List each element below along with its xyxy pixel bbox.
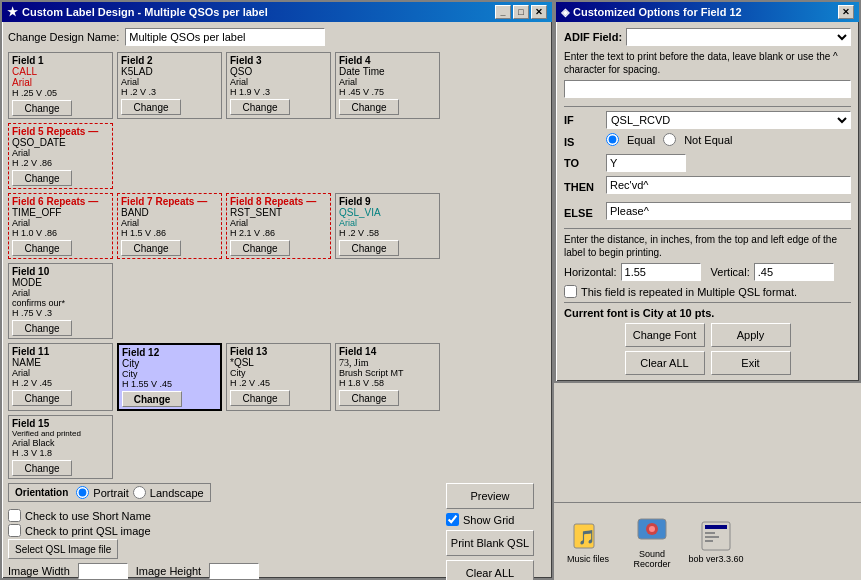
dialog-clear-all-btn[interactable]: Clear ALL bbox=[625, 351, 705, 375]
print-blank-btn[interactable]: Print Blank QSL bbox=[446, 530, 534, 556]
field4-font: Arial bbox=[339, 77, 436, 87]
svg-rect-8 bbox=[705, 536, 719, 538]
h-label: Horizontal: bbox=[564, 266, 617, 278]
fields-row-2: Field 6 Repeats — TIME_OFF Arial H 1.0 V… bbox=[8, 193, 546, 339]
preview-btn[interactable]: Preview bbox=[446, 483, 534, 509]
bob-icon bbox=[700, 520, 732, 552]
field12-title: Field 12 bbox=[122, 347, 217, 358]
equal-radio[interactable] bbox=[606, 133, 619, 146]
print-qsl-checkbox[interactable] bbox=[8, 524, 21, 537]
field14-metrics: H 1.8 V .58 bbox=[339, 378, 436, 388]
field5-change-btn[interactable]: Change bbox=[12, 170, 72, 186]
field13-font: City bbox=[230, 368, 327, 378]
field10-name: MODE bbox=[12, 277, 109, 288]
short-name-checkbox[interactable] bbox=[8, 509, 21, 522]
to-row: TO bbox=[564, 154, 851, 172]
field12-font: City bbox=[122, 369, 217, 379]
field14-title: Field 14 bbox=[339, 346, 436, 357]
field12-change-btn[interactable]: Change bbox=[122, 391, 182, 407]
svg-point-4 bbox=[649, 526, 655, 532]
then-input[interactable] bbox=[606, 176, 851, 194]
field8-metrics: H 2.1 V .86 bbox=[230, 228, 327, 238]
then-row: THEN bbox=[564, 176, 851, 198]
maximize-btn[interactable]: □ bbox=[513, 5, 529, 19]
field4-change-btn[interactable]: Change bbox=[339, 99, 399, 115]
h-input[interactable] bbox=[621, 263, 701, 281]
img-height-input[interactable] bbox=[209, 563, 259, 579]
field13-change-btn[interactable]: Change bbox=[230, 390, 290, 406]
field-box-13: Field 13 *QSL City H .2 V .45 Change bbox=[226, 343, 331, 411]
select-img-btn[interactable]: Select QSL Image file bbox=[8, 539, 118, 559]
prefix-input[interactable] bbox=[564, 80, 851, 98]
show-grid-checkbox[interactable] bbox=[446, 513, 459, 526]
v-label: Vertical: bbox=[711, 266, 750, 278]
field10-subtext: confirms our* bbox=[12, 298, 109, 308]
orientation-label: Orientation bbox=[15, 487, 68, 498]
field3-font: QSO bbox=[230, 66, 327, 77]
field6-change-btn[interactable]: Change bbox=[12, 240, 72, 256]
img-width-input[interactable] bbox=[78, 563, 128, 579]
field11-title: Field 11 bbox=[12, 346, 109, 357]
field-box-14: Field 14 73, Jim Brush Script MT H 1.8 V… bbox=[335, 343, 440, 411]
field8-change-btn[interactable]: Change bbox=[230, 240, 290, 256]
field11-change-btn[interactable]: Change bbox=[12, 390, 72, 406]
sound-recorder-icon bbox=[636, 515, 668, 547]
field-box-7: Field 7 Repeats — BAND Arial H 1.5 V .86… bbox=[117, 193, 222, 259]
field1-change-btn[interactable]: Change bbox=[12, 100, 72, 116]
field3-metrics2: H 1.9 V .3 bbox=[230, 87, 327, 97]
field10-title: Field 10 bbox=[12, 266, 109, 277]
field5-name: QSO_DATE bbox=[12, 137, 109, 148]
taskbar-bob[interactable]: bob ver3.3.60 bbox=[686, 508, 746, 576]
field7-font: Arial bbox=[121, 218, 218, 228]
adif-row: ADIF Field: bbox=[564, 28, 851, 46]
field14-change-btn[interactable]: Change bbox=[339, 390, 399, 406]
field15-font: Arial Black bbox=[12, 438, 109, 448]
field2-change-btn[interactable]: Change bbox=[121, 99, 181, 115]
field6-title: Field 6 Repeats — bbox=[12, 196, 109, 207]
field-box-12: Field 12 City City H 1.55 V .45 Change bbox=[117, 343, 222, 411]
v-input[interactable] bbox=[754, 263, 834, 281]
field10-change-btn[interactable]: Change bbox=[12, 320, 72, 336]
exit-btn[interactable]: Exit bbox=[711, 351, 791, 375]
change-font-btn[interactable]: Change Font bbox=[625, 323, 705, 347]
field10-font: Arial bbox=[12, 288, 109, 298]
field2-metrics: Arial bbox=[121, 77, 218, 87]
field9-change-btn[interactable]: Change bbox=[339, 240, 399, 256]
is-label: IS bbox=[564, 136, 602, 148]
dialog-title-bar: ◈ Customized Options for Field 12 ✕ bbox=[556, 2, 859, 22]
field-box-4: Field 4 Date Time Arial H .45 V .75 Chan… bbox=[335, 52, 440, 119]
field13-title: Field 13 bbox=[230, 346, 327, 357]
to-input[interactable] bbox=[606, 154, 686, 172]
field3-change-btn[interactable]: Change bbox=[230, 99, 290, 115]
taskbar-music-files[interactable]: 🎵 Music files bbox=[558, 508, 618, 576]
field7-change-btn[interactable]: Change bbox=[121, 240, 181, 256]
else-row: ELSE bbox=[564, 202, 851, 224]
field11-metrics: H .2 V .45 bbox=[12, 378, 109, 388]
repeated-row: This field is repeated in Multiple QSL f… bbox=[564, 285, 851, 298]
else-input[interactable] bbox=[606, 202, 851, 220]
field-box-8: Field 8 Repeats — RST_SENT Arial H 2.1 V… bbox=[226, 193, 331, 259]
label-name-input[interactable] bbox=[125, 28, 325, 46]
taskbar-sound-recorder[interactable]: Sound Recorder bbox=[622, 508, 682, 576]
field10-metrics: H .75 V .3 bbox=[12, 308, 109, 318]
dialog-window: ◈ Customized Options for Field 12 ✕ ADIF… bbox=[554, 0, 861, 383]
svg-rect-6 bbox=[705, 525, 727, 529]
dialog-btn-row-1: Change Font Apply bbox=[564, 323, 851, 347]
img-width-label: Image Width bbox=[8, 565, 70, 577]
field9-title: Field 9 bbox=[339, 196, 436, 207]
portrait-radio[interactable] bbox=[76, 486, 89, 499]
field15-change-btn[interactable]: Change bbox=[12, 460, 72, 476]
minimize-btn[interactable]: _ bbox=[495, 5, 511, 19]
adif-dropdown[interactable] bbox=[626, 28, 851, 46]
clear-all-btn[interactable]: Clear ALL bbox=[446, 560, 534, 580]
apply-btn[interactable]: Apply bbox=[711, 323, 791, 347]
if-dropdown[interactable]: QSL_RCVD bbox=[606, 111, 851, 129]
short-name-row: Check to use Short Name bbox=[8, 509, 438, 522]
close-btn[interactable]: ✕ bbox=[531, 5, 547, 19]
landscape-radio[interactable] bbox=[133, 486, 146, 499]
hv-row: Horizontal: Vertical: bbox=[564, 263, 851, 281]
repeated-checkbox[interactable] bbox=[564, 285, 577, 298]
notequal-radio[interactable] bbox=[663, 133, 676, 146]
field8-font: Arial bbox=[230, 218, 327, 228]
dialog-close-btn[interactable]: ✕ bbox=[838, 5, 854, 19]
